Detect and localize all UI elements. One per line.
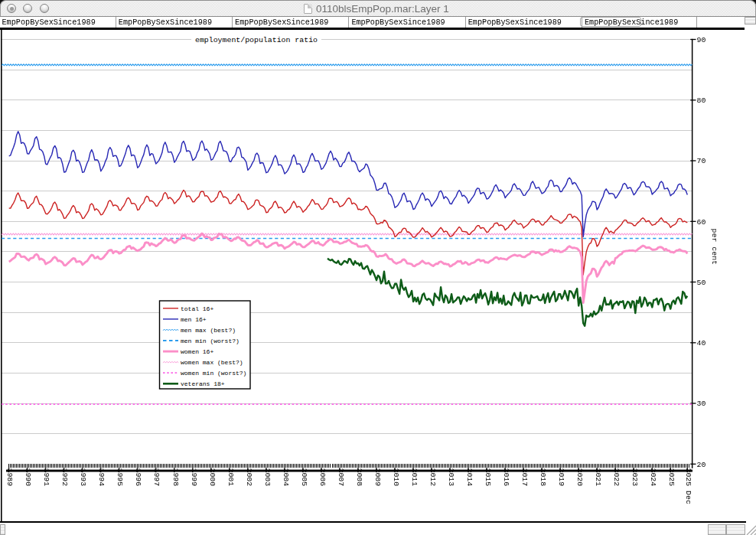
svg-text:50: 50 [697, 279, 706, 287]
svg-text:men max (best?): men max (best?) [181, 327, 236, 334]
svg-text:20: 20 [697, 461, 706, 469]
svg-text:employment/population ratio: employment/population ratio [195, 36, 318, 44]
svg-text:women 16+: women 16+ [181, 348, 213, 355]
svg-text:veterans 18+: veterans 18+ [181, 380, 225, 387]
svg-text:per cent: per cent [710, 229, 719, 265]
svg-text:60: 60 [697, 218, 706, 227]
svg-text:women max (best?): women max (best?) [181, 359, 243, 366]
svg-text:total 16+: total 16+ [181, 305, 213, 312]
svg-text:80: 80 [697, 96, 706, 105]
svg-text:70: 70 [697, 157, 706, 165]
svg-text:men 16+: men 16+ [181, 316, 207, 323]
svg-text:30: 30 [697, 400, 706, 408]
svg-text:2025 Dec: 2025 Dec [684, 468, 692, 504]
svg-text:40: 40 [697, 339, 706, 347]
svg-text:men min (worst?): men min (worst?) [181, 338, 240, 344]
svg-text:women min (worst?): women min (worst?) [181, 370, 246, 377]
svg-text:90: 90 [697, 36, 706, 44]
